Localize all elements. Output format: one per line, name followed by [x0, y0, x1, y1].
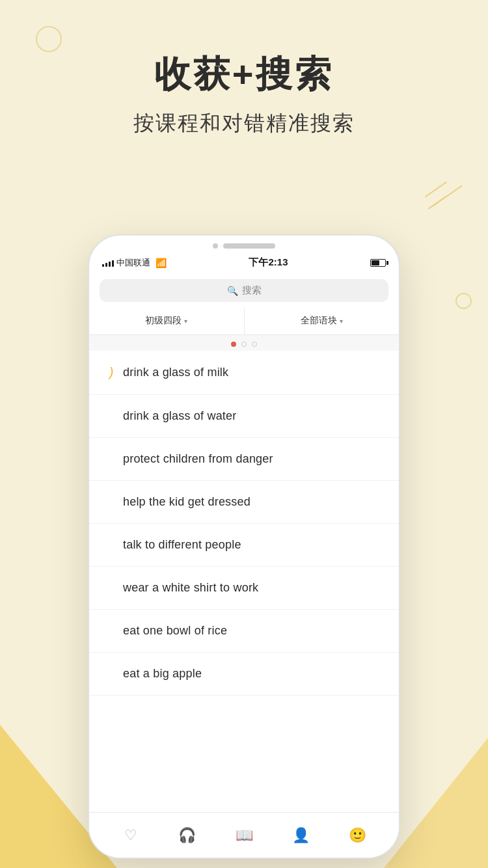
- status-time: 下午2:13: [249, 256, 288, 269]
- list-item[interactable]: talk to different people: [89, 524, 399, 567]
- pagination-dots: [89, 335, 399, 351]
- deco-lines-top-right: [423, 189, 465, 208]
- filter-left-label: 初级四段: [145, 315, 182, 327]
- header-area: 收获+搜索 按课程和对错精准搜索: [0, 52, 488, 138]
- status-bar: 中国联通 📶 下午2:13: [89, 254, 399, 274]
- status-left: 中国联通 📶: [102, 257, 167, 269]
- list-item-text-7: eat one bowl of rice: [123, 624, 227, 638]
- status-right: [370, 259, 386, 267]
- filter-tabs: 初级四段 ▾ 全部语块 ▾: [89, 307, 399, 335]
- list-item[interactable]: drink a glass of water: [89, 395, 399, 438]
- filter-right-label: 全部语块: [301, 315, 337, 327]
- list-item-text-8: eat a big apple: [123, 667, 202, 681]
- headphone-icon: 🎧: [178, 827, 196, 844]
- sub-title: 按课程和对错精准搜索: [26, 109, 462, 138]
- person-icon: 👤: [292, 827, 310, 844]
- signal-bar-4: [112, 260, 114, 267]
- search-placeholder: 搜索: [242, 284, 262, 297]
- deco-line-1: [425, 182, 447, 198]
- list-item[interactable]: wear a white shirt to work: [89, 567, 399, 610]
- search-icon: 🔍: [227, 286, 238, 296]
- list-item-text-3: protect children from danger: [123, 452, 273, 466]
- carrier-text: 中国联通: [116, 257, 150, 269]
- notch-dot: [213, 243, 218, 249]
- phone-mockup: 中国联通 📶 下午2:13 🔍 搜索 初级四段 ▾ 全部语块 ▾: [88, 234, 400, 859]
- search-bar-wrap: 🔍 搜索: [89, 274, 399, 307]
- list-item[interactable]: help the kid get dressed: [89, 481, 399, 524]
- list-item-text-2: drink a glass of water: [123, 409, 236, 423]
- list-item-text-4: help the kid get dressed: [123, 495, 251, 509]
- list-item[interactable]: eat a big apple: [89, 653, 399, 696]
- signal-bars: [102, 259, 114, 267]
- list-container: ) drink a glass of milk drink a glass of…: [89, 351, 399, 696]
- main-title: 收获+搜索: [26, 52, 462, 96]
- pagination-dot-2[interactable]: [241, 342, 247, 347]
- bracket-icon: ): [109, 365, 114, 380]
- tab-favorites[interactable]: ♡: [102, 827, 159, 844]
- chevron-down-icon-left: ▾: [184, 318, 187, 325]
- list-item-text-6: wear a white shirt to work: [123, 581, 258, 595]
- deco-line-3: [428, 195, 448, 210]
- filter-tab-right[interactable]: 全部语块 ▾: [245, 307, 400, 334]
- bottom-tab-bar: ♡ 🎧 📖 👤 🙂: [89, 812, 399, 858]
- wifi-icon: 📶: [156, 258, 167, 268]
- tab-emoji[interactable]: 🙂: [329, 827, 386, 844]
- search-bar[interactable]: 🔍 搜索: [100, 279, 388, 302]
- signal-bar-3: [109, 262, 111, 267]
- pagination-dot-1[interactable]: [231, 342, 236, 347]
- signal-bar-2: [105, 263, 107, 267]
- smile-icon: 🙂: [349, 827, 366, 844]
- deco-circle-top: [36, 26, 62, 52]
- phone-notch-bar: [89, 236, 399, 254]
- list-item-text-1: drink a glass of milk: [123, 366, 228, 379]
- chevron-down-icon-right: ▾: [340, 318, 343, 325]
- pagination-dot-3[interactable]: [252, 342, 257, 347]
- list-item[interactable]: protect children from danger: [89, 438, 399, 481]
- deco-circle-right: [455, 293, 472, 309]
- battery-fill: [372, 260, 379, 265]
- tab-books[interactable]: 📖: [215, 827, 272, 844]
- book-icon: 📖: [236, 827, 253, 844]
- heart-icon: ♡: [124, 827, 137, 844]
- list-item-text-5: talk to different people: [123, 538, 241, 552]
- item-icon-1: ): [105, 365, 118, 380]
- list-item[interactable]: ) drink a glass of milk: [89, 351, 399, 395]
- notch-pill: [223, 243, 275, 249]
- list-item[interactable]: eat one bowl of rice: [89, 610, 399, 653]
- filter-tab-left[interactable]: 初级四段 ▾: [89, 307, 245, 334]
- tab-profile[interactable]: 👤: [273, 827, 329, 844]
- signal-bar-1: [102, 264, 104, 267]
- battery-icon: [370, 259, 386, 267]
- tab-audio[interactable]: 🎧: [159, 827, 215, 844]
